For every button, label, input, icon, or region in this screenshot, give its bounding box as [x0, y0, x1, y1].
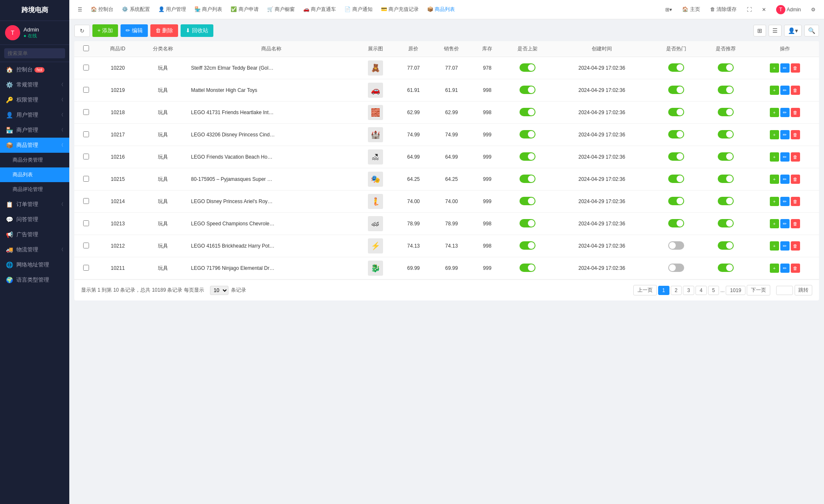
- action-del-4[interactable]: 🗑: [791, 152, 800, 162]
- nav-dashboard[interactable]: 🏠 控制台: [87, 4, 117, 15]
- row-checkbox-2[interactable]: [83, 109, 89, 115]
- sidebar-item-permission[interactable]: 🔑权限管理〈: [0, 92, 69, 107]
- row-checkbox-3[interactable]: [83, 131, 89, 137]
- sidebar-item-product-category[interactable]: 商品分类管理: [0, 153, 69, 167]
- nav-home[interactable]: 🏠 主页: [679, 4, 703, 15]
- on-shelf-toggle-2[interactable]: [520, 108, 535, 116]
- action-add-4[interactable]: +: [770, 152, 779, 162]
- page-3-button[interactable]: 3: [683, 286, 694, 295]
- is-recommended-toggle-4[interactable]: [718, 152, 734, 161]
- sidebar-item-user[interactable]: 👤用户管理〈: [0, 107, 69, 123]
- page-4-button[interactable]: 4: [695, 286, 707, 295]
- sidebar-search-wrap[interactable]: [0, 45, 69, 62]
- is-hot-toggle-2[interactable]: [668, 108, 684, 116]
- is-recommended-toggle-5[interactable]: [718, 175, 734, 183]
- sidebar-item-common[interactable]: ⚙️常规管理〈: [0, 77, 69, 92]
- action-del-7[interactable]: 🗑: [791, 219, 800, 228]
- is-recommended-toggle-9[interactable]: [718, 264, 734, 272]
- add-button[interactable]: + 添加: [92, 24, 118, 37]
- on-shelf-toggle-0[interactable]: [520, 63, 535, 72]
- nav-settings[interactable]: ⚙: [808, 5, 819, 14]
- nav-fullscreen[interactable]: ⛶: [743, 5, 755, 14]
- action-edit-4[interactable]: ✏: [780, 152, 790, 162]
- page-jump-button[interactable]: 跳转: [795, 285, 812, 295]
- action-edit-9[interactable]: ✏: [780, 264, 790, 273]
- prev-page-button[interactable]: 上一页: [633, 285, 657, 295]
- page-5-button[interactable]: 5: [708, 286, 719, 295]
- nav-close[interactable]: ✕: [758, 5, 769, 14]
- action-add-9[interactable]: +: [770, 264, 779, 273]
- nav-merchant-direct[interactable]: 🚗 商户直通车: [300, 4, 339, 15]
- per-page-dropdown[interactable]: 10 20 50: [210, 286, 228, 295]
- nav-user-management[interactable]: 👤 用户管理: [155, 4, 189, 15]
- per-page-select[interactable]: 10 20 50: [210, 286, 228, 295]
- nav-product-list[interactable]: 📦 商品列表: [424, 4, 458, 15]
- sidebar-item-address[interactable]: 🌐网络地址管理: [0, 257, 69, 272]
- sidebar-item-order[interactable]: 📋订单管理〈: [0, 197, 69, 212]
- sidebar-item-merchant[interactable]: 🏪商户管理〈: [0, 123, 69, 138]
- sidebar-item-language[interactable]: 🌍语言类型管理: [0, 272, 69, 287]
- is-hot-toggle-1[interactable]: [668, 86, 684, 94]
- action-add-8[interactable]: +: [770, 241, 779, 251]
- nav-clear-cache[interactable]: 🗑 清除缓存: [707, 4, 740, 15]
- next-page-button[interactable]: 下一页: [747, 285, 770, 295]
- row-checkbox-7[interactable]: [83, 220, 89, 226]
- is-hot-toggle-0[interactable]: [668, 63, 684, 72]
- action-edit-5[interactable]: ✏: [780, 175, 790, 184]
- page-1-button[interactable]: 1: [658, 286, 669, 295]
- list-view-button[interactable]: ☰: [769, 25, 782, 37]
- page-last-button[interactable]: 1019: [726, 286, 745, 295]
- on-shelf-toggle-8[interactable]: [520, 241, 535, 250]
- action-add-6[interactable]: +: [770, 197, 779, 206]
- row-checkbox-4[interactable]: [83, 154, 89, 159]
- on-shelf-toggle-5[interactable]: [520, 175, 535, 183]
- action-del-3[interactable]: 🗑: [791, 130, 800, 139]
- is-hot-toggle-6[interactable]: [668, 197, 684, 205]
- sidebar-item-product[interactable]: 📦商品管理〈: [0, 138, 69, 153]
- nav-system-config[interactable]: ⚙️ 系统配置: [118, 4, 153, 15]
- edit-button[interactable]: ✏ 编辑: [121, 24, 148, 37]
- on-shelf-toggle-1[interactable]: [520, 86, 535, 94]
- action-del-9[interactable]: 🗑: [791, 264, 800, 273]
- is-hot-toggle-8[interactable]: [668, 241, 684, 250]
- is-hot-toggle-5[interactable]: [668, 175, 684, 183]
- row-checkbox-6[interactable]: [83, 198, 89, 204]
- action-edit-1[interactable]: ✏: [780, 86, 790, 95]
- is-recommended-toggle-1[interactable]: [718, 86, 734, 94]
- on-shelf-toggle-6[interactable]: [520, 197, 535, 205]
- nav-merchant-apply[interactable]: ✅ 商户申请: [227, 4, 262, 15]
- search-button[interactable]: 🔍: [804, 25, 819, 37]
- nav-admin[interactable]: T Admin: [773, 3, 804, 16]
- is-hot-toggle-9[interactable]: [668, 264, 684, 272]
- action-edit-3[interactable]: ✏: [780, 130, 790, 139]
- search-input[interactable]: [4, 48, 65, 58]
- action-del-8[interactable]: 🗑: [791, 241, 800, 251]
- action-edit-6[interactable]: ✏: [780, 197, 790, 206]
- action-add-7[interactable]: +: [770, 219, 779, 228]
- action-edit-0[interactable]: ✏: [780, 63, 790, 73]
- layout-toggle[interactable]: ⊞▾: [662, 5, 675, 14]
- action-del-6[interactable]: 🗑: [791, 197, 800, 206]
- sidebar-item-product-list[interactable]: 商品列表: [0, 167, 69, 182]
- action-add-5[interactable]: +: [770, 175, 779, 184]
- nav-merchant-notify[interactable]: 📄 商户通知: [341, 4, 375, 15]
- menu-toggle-btn[interactable]: ☰: [74, 5, 86, 14]
- sidebar-item-qa[interactable]: 💬问答管理: [0, 212, 69, 227]
- action-add-3[interactable]: +: [770, 130, 779, 139]
- is-recommended-toggle-6[interactable]: [718, 197, 734, 205]
- on-shelf-toggle-7[interactable]: [520, 219, 535, 227]
- sidebar-item-logistics[interactable]: 🚚物流管理〈: [0, 242, 69, 257]
- action-del-1[interactable]: 🗑: [791, 86, 800, 95]
- sidebar-item-product-review[interactable]: 商品评论管理: [0, 182, 69, 197]
- row-checkbox-8[interactable]: [83, 243, 89, 248]
- action-del-5[interactable]: 🗑: [791, 175, 800, 184]
- action-add-0[interactable]: +: [770, 63, 779, 73]
- action-del-0[interactable]: 🗑: [791, 63, 800, 73]
- is-recommended-toggle-7[interactable]: [718, 219, 734, 227]
- is-hot-toggle-7[interactable]: [668, 219, 684, 227]
- nav-merchant-list[interactable]: 🏪 商户列表: [191, 4, 226, 15]
- page-2-button[interactable]: 2: [671, 286, 682, 295]
- is-recommended-toggle-8[interactable]: [718, 241, 734, 250]
- grid-view-button[interactable]: ⊞: [753, 25, 766, 37]
- action-add-2[interactable]: +: [770, 108, 779, 117]
